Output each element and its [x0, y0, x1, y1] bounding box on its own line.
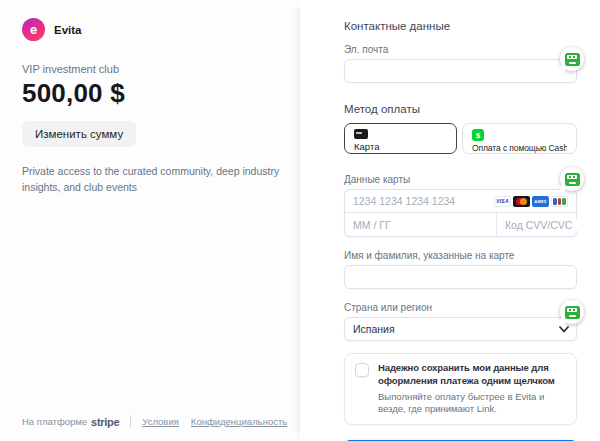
terms-link[interactable]: Условия: [142, 416, 179, 427]
merchant-logo-icon: e: [22, 18, 45, 41]
password-manager-robot-icon[interactable]: [560, 167, 584, 191]
payment-method-tabs: Карта $ Оплата с помощью Cash App: [344, 123, 577, 154]
password-manager-robot-icon[interactable]: [560, 47, 584, 71]
country-value: Испания: [353, 323, 395, 335]
email-input[interactable]: [344, 59, 577, 83]
merchant-name: Evita: [54, 24, 82, 36]
card-number-input[interactable]: [353, 195, 494, 207]
amount: 500,00 $: [22, 78, 276, 109]
robot-icon: [565, 306, 580, 319]
cvc-cell: [497, 213, 600, 236]
powered-by-stripe[interactable]: На платформе stripe: [22, 416, 119, 428]
powered-by-text: На платформе: [22, 416, 87, 427]
expiry-cvc-row: [345, 213, 576, 236]
checkout-page: e Evita VIP investment club 500,00 $ Изм…: [0, 0, 600, 441]
chevron-down-icon: [559, 326, 569, 333]
cardholder-name-label: Имя и фамилия, указанные на карте: [344, 250, 577, 261]
robot-icon: [565, 53, 580, 66]
cardholder-name-group: Имя и фамилия, указанные на карте: [344, 250, 577, 289]
merchant-pane: e Evita VIP investment club 500,00 $ Изм…: [0, 0, 300, 441]
country-label: Страна или регион: [344, 302, 577, 313]
card-input-group: VISA AMEX: [344, 189, 577, 237]
email-group: Эл. почта: [344, 44, 577, 83]
payment-pane: Контактные данные Эл. почта Метод оплаты…: [300, 0, 600, 441]
jcb-icon: [551, 196, 568, 207]
robot-icon: [565, 173, 580, 186]
badge-circle: [560, 300, 584, 324]
tab-cash-app[interactable]: $ Оплата с помощью Cash App: [462, 123, 577, 154]
country-group: Страна или регион Испания: [344, 302, 577, 341]
expiry-cell: [345, 213, 497, 236]
expiry-input[interactable]: [353, 219, 488, 231]
footer: На платформе stripe Условия Конфиденциал…: [22, 415, 299, 428]
badge-circle: [560, 167, 584, 191]
link-save-texts: Надежно сохранить мои данные для оформле…: [378, 362, 566, 416]
privacy-link[interactable]: Конфиденциальность: [191, 416, 287, 427]
card-details-section: Данные карты VISA AMEX: [344, 174, 577, 237]
cvc-input[interactable]: [505, 219, 600, 231]
mastercard-icon: [513, 196, 530, 207]
save-info-checkbox[interactable]: [355, 363, 369, 377]
product-name: VIP investment club: [22, 63, 276, 75]
password-manager-robot-icon[interactable]: [560, 300, 584, 324]
cardholder-name-input[interactable]: [344, 265, 577, 289]
amex-icon: AMEX: [532, 196, 549, 207]
link-save-subtitle: Выполняйте оплату быстрее в Evita и везд…: [378, 391, 566, 417]
card-brand-icons: VISA AMEX: [494, 196, 568, 207]
product-description: Private access to the curated community,…: [22, 163, 294, 196]
card-icon: [354, 129, 368, 139]
link-save-box: Надежно сохранить мои данные для оформле…: [344, 353, 577, 425]
cash-app-icon: $: [472, 129, 484, 141]
badge-circle: [560, 47, 584, 71]
tab-card[interactable]: Карта: [344, 123, 457, 154]
brand-header: e Evita: [22, 18, 276, 41]
stripe-logo: stripe: [91, 416, 119, 428]
contact-heading: Контактные данные: [344, 20, 577, 32]
tab-card-label: Карта: [354, 141, 447, 152]
visa-icon: VISA: [494, 196, 511, 207]
change-amount-button[interactable]: Изменить сумму: [22, 121, 136, 147]
card-number-row: VISA AMEX: [345, 190, 576, 213]
country-select[interactable]: Испания: [344, 317, 577, 341]
link-save-title: Надежно сохранить мои данные для оформле…: [378, 362, 566, 388]
payment-method-heading: Метод оплаты: [344, 103, 577, 115]
email-label: Эл. почта: [344, 44, 577, 55]
footer-divider: [130, 415, 131, 428]
tab-cash-app-label: Оплата с помощью Cash App: [472, 143, 567, 153]
card-details-label: Данные карты: [344, 174, 577, 185]
